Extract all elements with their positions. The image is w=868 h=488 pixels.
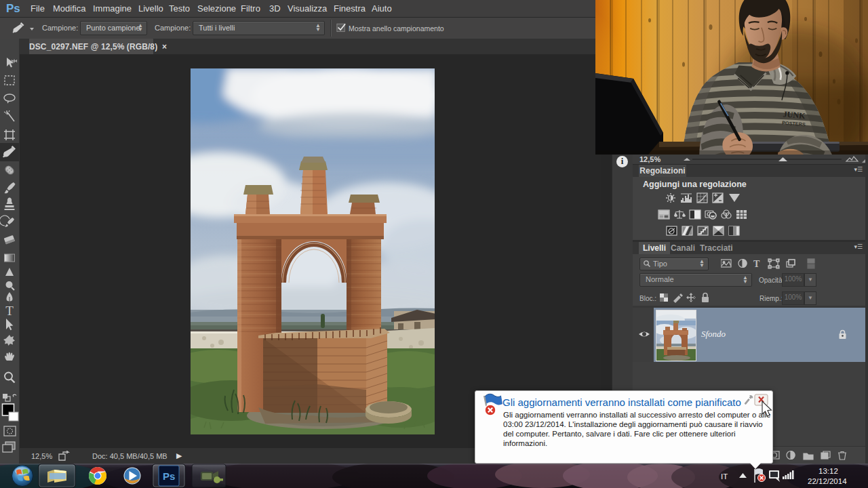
- svg-text:T: T: [753, 259, 760, 269]
- svg-text:JUNK: JUNK: [783, 109, 806, 121]
- svg-text:13:12: 13:12: [818, 467, 838, 475]
- svg-text:Ps: Ps: [163, 470, 175, 482]
- svg-text:22/12/2014: 22/12/2014: [808, 477, 847, 485]
- svg-text:IT: IT: [721, 472, 728, 481]
- svg-text:T: T: [5, 304, 14, 318]
